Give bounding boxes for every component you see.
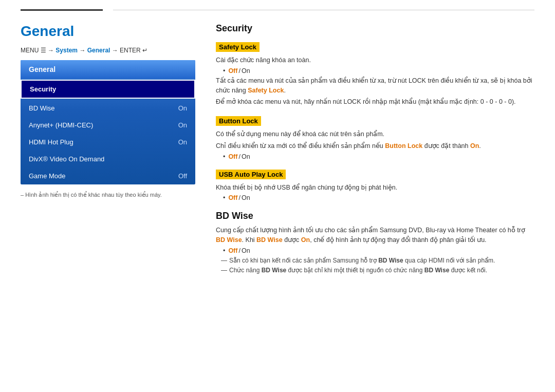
sidebar-item-anynet-label: Anynet+ (HDMI-CEC) (29, 121, 93, 129)
bd-wise-note1: ― Sẵn có khi bạn kết nối các sản phẩm Sa… (221, 257, 534, 264)
menu-path: MENU ☰ → System → General → ENTER ↵ (21, 47, 195, 54)
button-lock-desc2: Chỉ điều khiển từ xa mới có thể điều khi… (216, 141, 534, 151)
sidebar-item-security-label: Security (30, 85, 56, 93)
nav-menu-header: General (21, 60, 195, 79)
sidebar-item-hdmi-hotplug[interactable]: HDMI Hot Plug On (21, 134, 195, 151)
button-lock-title: Button Lock (216, 116, 261, 126)
menu-path-system: System (55, 47, 78, 54)
sidebar-item-security[interactable]: Security (21, 80, 195, 99)
sidebar-item-anynet[interactable]: Anynet+ (HDMI-CEC) On (21, 117, 195, 134)
sidebar-item-bdwise[interactable]: BD Wise On (21, 100, 195, 117)
button-lock-on: On (242, 153, 250, 160)
usb-auto-play-lock-on: On (242, 194, 250, 201)
button-lock-option: Off / On (223, 153, 534, 160)
safety-lock-on: On (242, 67, 250, 74)
usb-auto-play-lock-title: USB Auto Play Lock (216, 170, 286, 179)
usb-auto-play-lock-desc1: Khóa thiết bị bộ nhớ USB để ngăn chúng t… (216, 183, 534, 193)
usb-auto-play-lock-sep: / (238, 194, 240, 201)
subsection-usb-auto-play-lock: USB Auto Play Lock Khóa thiết bị bộ nhớ … (216, 170, 534, 202)
bd-wise-title: BD Wise (216, 211, 534, 221)
sidebar-item-hdmi-hotplug-value: On (178, 138, 187, 146)
bd-wise-option: Off / On (223, 247, 534, 254)
bd-wise-on: On (242, 247, 250, 254)
button-lock-sep: / (238, 153, 240, 160)
subsection-button-lock: Button Lock Có thể sử dụng menu này để k… (216, 116, 534, 160)
menu-path-arrow2: → (78, 47, 87, 54)
safety-lock-desc2: Tất cả các menu và nút của sản phẩm và đ… (216, 76, 534, 96)
nav-menu: General Security BD Wise On Anynet+ (HDM… (21, 60, 195, 184)
button-lock-desc1: Có thể sử dụng menu này để khoá các nút … (216, 129, 534, 139)
usb-auto-play-lock-off: Off (228, 194, 237, 201)
section-title-security: Security (216, 23, 534, 34)
sidebar-item-gamemode[interactable]: Game Mode Off (21, 167, 195, 184)
button-lock-off: Off (228, 153, 237, 160)
safety-lock-desc3: Để mở khóa các menu và nút, hãy nhấn nút… (216, 97, 534, 107)
main-layout: General MENU ☰ → System → General → ENTE… (0, 11, 555, 289)
left-panel: General MENU ☰ → System → General → ENTE… (21, 23, 195, 274)
sidebar-item-divx-label: DivX® Video On Demand (29, 155, 104, 163)
sidebar-item-anynet-value: On (178, 121, 187, 129)
sidebar-item-bdwise-value: On (178, 104, 187, 112)
sidebar-note: – Hình ảnh hiển thị có thể khác nhau tùy… (21, 192, 195, 198)
menu-path-general: General (87, 47, 110, 54)
sidebar-item-gamemode-label: Game Mode (29, 172, 66, 180)
menu-path-enter: → ENTER ↵ (110, 47, 147, 54)
sidebar-item-divx[interactable]: DivX® Video On Demand (21, 151, 195, 167)
safety-lock-title: Safety Lock (216, 42, 260, 52)
right-panel: Security Safety Lock Cài đặc chức năng k… (216, 23, 534, 274)
bd-wise-desc1: Cung cấp chất lượng hình ảnh tối ưu cho … (216, 226, 534, 245)
sidebar-item-gamemode-value: Off (178, 172, 187, 180)
top-decorative-lines (0, 0, 555, 11)
bd-wise-sep: / (238, 247, 240, 254)
page-title: General (21, 23, 195, 40)
safety-lock-option: Off / On (223, 67, 534, 74)
top-line-right (113, 10, 534, 10)
safety-lock-sep: / (238, 67, 240, 74)
top-line-left (21, 9, 103, 11)
subsection-safety-lock: Safety Lock Cài đặc chức năng khóa an to… (216, 42, 534, 107)
bd-wise-off: Off (228, 247, 237, 254)
sidebar-item-hdmi-hotplug-label: HDMI Hot Plug (29, 138, 73, 146)
sidebar-item-bdwise-label: BD Wise (29, 104, 55, 112)
safety-lock-off: Off (228, 67, 237, 74)
safety-lock-desc1: Cài đặc chức năng khóa an toàn. (216, 55, 534, 65)
menu-path-menu: MENU ☰ → (21, 47, 55, 54)
bd-wise-note2: ― Chức năng BD Wise được bật chỉ khi một… (221, 267, 534, 274)
usb-auto-play-lock-option: Off / On (223, 194, 534, 201)
subsection-bd-wise: BD Wise Cung cấp chất lượng hình ảnh tối… (216, 211, 534, 274)
